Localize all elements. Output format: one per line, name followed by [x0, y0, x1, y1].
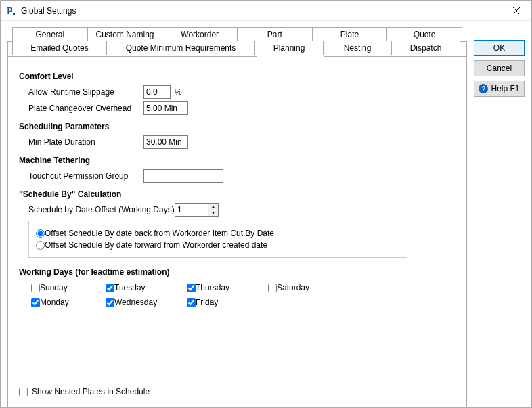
touchcut-permission-input[interactable] — [143, 169, 223, 183]
tab-dispatch[interactable]: Dispatch — [391, 41, 460, 55]
tab-row-2: Emailed Quotes Quote Minimum Requirement… — [12, 41, 462, 55]
tab-plate[interactable]: Plate — [312, 27, 388, 41]
spinner-up-button[interactable]: ▲ — [208, 204, 218, 210]
radio-offset-forward-label: Offset Schedule By date forward from Wor… — [45, 240, 267, 250]
changeover-overhead-label: Plate Changeover Overhead — [28, 104, 143, 113]
tab-custom-naming[interactable]: Custom Naming — [87, 27, 163, 41]
tab-quote[interactable]: Quote — [386, 27, 462, 41]
runtime-slippage-input[interactable] — [143, 85, 171, 99]
spinner-down-button[interactable]: ▼ — [208, 210, 218, 217]
app-icon: P — [6, 5, 17, 16]
schedule-offset-spinner[interactable]: ▲ ▼ — [175, 203, 219, 217]
checkbox-show-nested-plates[interactable] — [19, 388, 28, 396]
checkbox-saturday[interactable] — [268, 284, 277, 292]
tab-content-planning: Comfort Level Allow Runtime Slippage % P… — [8, 56, 466, 408]
section-working-days: Working Days (for leadtime estimation) — [19, 267, 456, 277]
dialog-global-settings: P Global Settings General Custom Naming … — [0, 0, 532, 408]
window-title: Global Settings — [21, 6, 501, 16]
close-button[interactable] — [501, 1, 531, 21]
section-comfort-level: Comfort Level — [19, 72, 456, 81]
help-button-label: Help F1 — [491, 84, 519, 93]
label-tuesday: Tuesday — [114, 283, 146, 292]
runtime-slippage-unit: % — [175, 87, 182, 97]
radio-offset-back-label: Offset Schedule By date back from Workor… — [45, 229, 274, 238]
radio-offset-back[interactable] — [36, 229, 45, 238]
svg-rect-1 — [13, 13, 15, 15]
cancel-button[interactable]: Cancel — [474, 60, 525, 76]
section-scheduling-parameters: Scheduling Parameters — [19, 122, 456, 131]
label-sunday: Sunday — [40, 283, 68, 292]
label-saturday: Saturday — [277, 283, 309, 292]
working-days-grid: Sunday Tuesday Thursday Saturday Monday … — [31, 281, 456, 309]
tab-quote-min-req[interactable]: Quote Minimum Requirements — [106, 41, 255, 55]
schedule-offset-input[interactable] — [175, 204, 208, 216]
help-button[interactable]: ? Help F1 — [474, 81, 525, 97]
close-icon — [513, 7, 520, 14]
label-monday: Monday — [40, 298, 69, 307]
touchcut-permission-label: Touchcut Permission Group — [28, 171, 143, 181]
checkbox-sunday[interactable] — [31, 284, 40, 292]
schedule-offset-label: Schedule by Date Offset (Working Days) — [28, 205, 175, 214]
label-show-nested-plates: Show Nested Plates in Schedule — [32, 387, 150, 396]
tab-workorder[interactable]: Workorder — [162, 27, 238, 41]
min-plate-duration-input[interactable] — [143, 135, 188, 149]
runtime-slippage-label: Allow Runtime Slippage — [28, 87, 143, 97]
tab-planning[interactable]: Planning — [254, 41, 324, 55]
label-friday: Friday — [196, 298, 218, 307]
tab-part[interactable]: Part — [237, 27, 313, 41]
checkbox-wednesday[interactable] — [106, 298, 114, 307]
radio-offset-forward[interactable] — [36, 241, 45, 250]
dialog-buttons: OK Cancel ? Help F1 — [474, 28, 525, 408]
checkbox-monday[interactable] — [31, 298, 40, 307]
label-wednesday: Wednesday — [114, 298, 157, 307]
schedule-by-radio-group: Offset Schedule By date back from Workor… — [28, 221, 407, 258]
ok-button[interactable]: OK — [474, 40, 525, 56]
checkbox-friday[interactable] — [187, 298, 196, 307]
titlebar: P Global Settings — [1, 1, 531, 21]
tab-general[interactable]: General — [12, 27, 88, 41]
tab-row-1: General Custom Naming Workorder Part Pla… — [12, 27, 462, 41]
tab-nesting[interactable]: Nesting — [323, 41, 392, 55]
tab-emailed-quotes[interactable]: Emailed Quotes — [12, 41, 107, 55]
tab-container: General Custom Naming Workorder Part Pla… — [7, 41, 467, 408]
svg-text:P: P — [7, 6, 13, 16]
help-icon: ? — [479, 84, 488, 93]
section-schedule-by: "Schedule By" Calculation — [19, 189, 456, 199]
min-plate-duration-label: Min Plate Duration — [28, 137, 143, 147]
changeover-overhead-input[interactable] — [143, 101, 188, 115]
label-thursday: Thursday — [196, 283, 229, 292]
section-machine-tethering: Machine Tethering — [19, 156, 456, 165]
checkbox-tuesday[interactable] — [106, 284, 114, 292]
checkbox-thursday[interactable] — [187, 284, 196, 292]
